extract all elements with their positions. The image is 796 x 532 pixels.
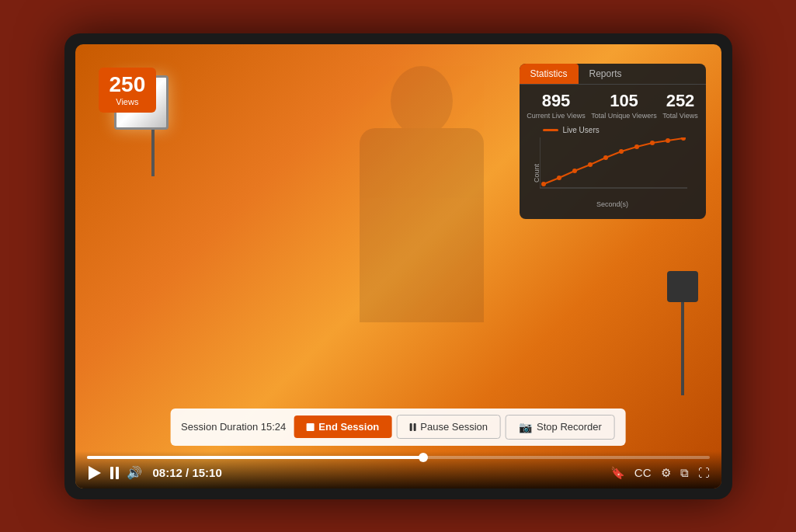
total-views-label: Total Views — [662, 112, 697, 120]
chart-x-label: Second(s) — [527, 200, 698, 208]
total-views-value: 252 — [662, 92, 697, 110]
stats-panel: Statistics Reports 895 Current Live View… — [520, 64, 706, 220]
svg-point-7 — [619, 149, 624, 154]
tab-reports[interactable]: Reports — [579, 64, 633, 84]
equipment-right — [659, 271, 706, 426]
end-session-icon — [306, 423, 314, 431]
stat-total-views: 252 Total Views — [662, 92, 697, 120]
pause-bar-icon — [116, 467, 119, 479]
stop-recorder-button[interactable]: 📷 Stop Recorder — [506, 415, 615, 440]
captions-icon[interactable]: CC — [634, 466, 652, 479]
play-button[interactable] — [87, 465, 103, 481]
pip-icon[interactable]: ⧉ — [680, 466, 689, 480]
person-silhouette — [305, 66, 538, 439]
svg-point-6 — [603, 155, 608, 160]
tab-statistics[interactable]: Statistics — [520, 64, 579, 84]
monitor: 250 Views Statistics Reports 895 Current… — [64, 33, 732, 499]
current-live-views-label: Current Live Views — [527, 112, 585, 120]
pause-icon — [409, 423, 415, 431]
chart-svg — [540, 137, 695, 196]
session-duration: Session Duration 15:24 — [181, 421, 286, 433]
views-label: Views — [109, 97, 146, 106]
progress-fill — [87, 456, 423, 459]
svg-point-3 — [557, 176, 561, 180]
chart-area: Live Users Count — [520, 126, 706, 211]
svg-point-5 — [588, 162, 593, 167]
chart-legend-label: Live Users — [563, 126, 600, 134]
pause-button[interactable] — [110, 467, 119, 479]
pause-session-button[interactable]: Pause Session — [396, 415, 501, 439]
chart-svg-wrapper: Count — [527, 137, 698, 208]
total-unique-viewers-value: 105 — [591, 92, 656, 110]
player-controls: 🔊 08:12 / 15:10 🔖 CC ⚙ ⧉ ⛶ — [75, 451, 721, 489]
settings-icon[interactable]: ⚙ — [661, 466, 671, 480]
current-live-views-value: 895 — [527, 92, 585, 110]
fullscreen-icon[interactable]: ⛶ — [698, 466, 710, 479]
svg-point-8 — [634, 144, 639, 149]
stats-tabs: Statistics Reports — [520, 64, 706, 85]
svg-point-11 — [681, 137, 686, 141]
chart-legend: Live Users — [527, 126, 698, 134]
time-display: 08:12 / 15:10 — [153, 466, 222, 479]
stat-current-live-views: 895 Current Live Views — [527, 92, 585, 120]
pause-bar-icon — [110, 467, 113, 479]
progress-bar[interactable] — [87, 456, 710, 459]
chart-y-label: Count — [533, 164, 541, 183]
volume-icon[interactable]: 🔊 — [127, 465, 142, 480]
bookmark-icon[interactable]: 🔖 — [610, 466, 625, 480]
svg-point-2 — [541, 182, 546, 186]
play-icon — [89, 466, 101, 480]
player-buttons: 🔊 08:12 / 15:10 🔖 CC ⚙ ⧉ ⛶ — [75, 465, 721, 481]
legend-line-icon — [543, 129, 558, 131]
screen: 250 Views Statistics Reports 895 Current… — [75, 44, 721, 489]
svg-point-4 — [572, 169, 577, 173]
svg-point-10 — [666, 138, 670, 143]
end-session-button[interactable]: End Session — [294, 416, 391, 438]
views-badge: 250 Views — [99, 68, 157, 113]
controls-bar: Session Duration 15:24 End Session Pause… — [170, 409, 626, 446]
stats-numbers: 895 Current Live Views 105 Total Unique … — [520, 85, 706, 127]
stat-total-unique-viewers: 105 Total Unique Viewers — [591, 92, 656, 120]
progress-dot[interactable] — [419, 453, 428, 462]
svg-point-9 — [650, 141, 655, 145]
total-unique-viewers-label: Total Unique Viewers — [591, 112, 656, 120]
views-count: 250 — [109, 74, 146, 96]
camera-off-icon: 📷 — [519, 421, 532, 433]
right-controls: 🔖 CC ⚙ ⧉ ⛶ — [610, 466, 710, 480]
